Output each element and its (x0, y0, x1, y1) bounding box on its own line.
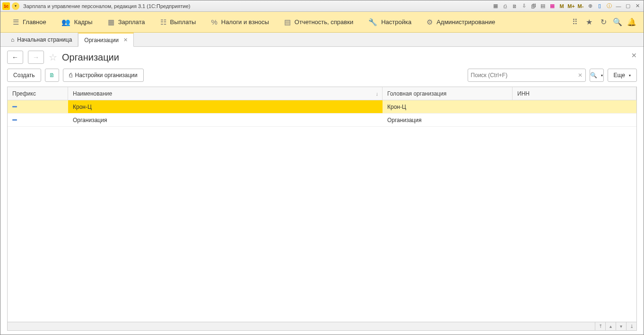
nav-back-button[interactable]: ← (7, 51, 23, 64)
info-icon[interactable]: ⓘ (605, 2, 613, 10)
titlebar: 1c ▾ Зарплата и управление персоналом, р… (0, 0, 644, 12)
memory-m-button[interactable]: M (557, 2, 566, 10)
scroll-down-icon[interactable]: ▾ (616, 322, 626, 330)
cell-prefix (8, 114, 68, 126)
menu-otchetnost-label: Отчетность, справки (295, 18, 353, 26)
apps-icon[interactable]: ⠿ (568, 15, 582, 29)
cell-name: Организация (68, 114, 383, 126)
cell-inn (513, 100, 636, 113)
table-row[interactable]: Крон-Ц Крон-Ц (8, 100, 636, 114)
zoom-icon[interactable]: ⊕ (586, 2, 594, 10)
minimize-icon[interactable]: — (614, 2, 623, 10)
menu-admin-label: Администрирование (436, 18, 495, 26)
clear-search-icon[interactable]: ✕ (578, 72, 583, 79)
cell-parent: Организация (383, 114, 513, 126)
history-icon[interactable]: ↻ (596, 15, 610, 29)
search-box[interactable]: ✕ (468, 69, 586, 82)
gear-icon: ⚙ (426, 18, 433, 26)
search-dropdown-button[interactable]: 🔍▾ (590, 69, 604, 82)
panel-icon[interactable]: ▯ (595, 2, 604, 10)
copy-button[interactable]: 🗎 (45, 69, 59, 82)
tab-bar: ⌂ Начальная страница Организации ✕ (0, 33, 644, 47)
create-button-label: Создать (13, 72, 35, 79)
create-button[interactable]: Создать (7, 69, 41, 82)
th-inn[interactable]: ИНН (513, 87, 636, 100)
star-icon[interactable]: ☆ (49, 52, 57, 63)
menu-kadry-label: Кадры (74, 18, 93, 26)
tab-organizations[interactable]: Организации ✕ (78, 33, 134, 47)
tab-close-icon[interactable]: ✕ (123, 37, 128, 43)
toolbar: Создать 🗎 ⎙Настройки организации ✕ 🔍▾ Ещ… (7, 69, 637, 82)
more-button-label: Еще (614, 72, 625, 79)
th-parent[interactable]: Головная организация (383, 87, 513, 100)
bell-icon[interactable]: 🔔 (625, 15, 639, 29)
home-icon: ⌂ (11, 36, 14, 43)
org-settings-label: Настройки организации (75, 72, 138, 79)
memory-mplus-button[interactable]: M+ (567, 2, 575, 10)
nav-forward-button[interactable]: → (28, 51, 44, 64)
preview-icon[interactable]: 🗎 (510, 2, 519, 10)
app-logo-icon: 1c (2, 2, 10, 10)
menu-kadry[interactable]: 👥Кадры (54, 12, 100, 32)
org-settings-button[interactable]: ⎙Настройки организации (63, 69, 144, 82)
cell-name: Крон-Ц (68, 100, 383, 113)
menu-burger[interactable]: ☰Главное (5, 12, 54, 32)
org-table: Префикс Наименование Головная организаци… (7, 87, 637, 331)
dash-icon (12, 119, 17, 121)
close-window-icon[interactable]: ✕ (633, 2, 642, 10)
page-title: Организации (62, 52, 119, 63)
copy-icon[interactable]: 🗐 (529, 2, 538, 10)
menu-vyplaty[interactable]: ☷Выплаты (153, 12, 204, 32)
menu-vyplaty-label: Выплаты (170, 18, 196, 26)
window-title: Зарплата и управление персоналом, редакц… (23, 3, 491, 9)
table-row[interactable]: Организация Организация (8, 114, 636, 127)
doc-icon: ▤ (284, 18, 291, 26)
scroll-up-icon[interactable]: ▴ (605, 322, 616, 330)
table-body: Крон-Ц Крон-Ц Организация Организация (8, 100, 636, 322)
percent-icon: % (211, 18, 217, 26)
scroll-top-icon[interactable]: ⤒ (595, 322, 605, 330)
memory-mminus-button[interactable]: M- (576, 2, 585, 10)
favorite-icon[interactable]: ★ (582, 15, 596, 29)
tab-home[interactable]: ⌂ Начальная страница (5, 33, 78, 46)
menu-icon: ☰ (13, 18, 19, 26)
dash-icon (12, 106, 17, 107)
scroll-bottom-icon[interactable]: ⤓ (626, 322, 636, 330)
menu-zarplata[interactable]: ▦Зарплата (100, 12, 153, 32)
cell-inn (513, 114, 636, 126)
table-header: Префикс Наименование Головная организаци… (8, 87, 636, 100)
main-menu: ☰Главное 👥Кадры ▦Зарплата ☷Выплаты %Нало… (0, 12, 644, 33)
cell-parent: Крон-Ц (383, 100, 513, 113)
page-close-icon[interactable]: ✕ (631, 52, 637, 59)
print-icon[interactable]: ⎙ (501, 2, 509, 10)
th-name[interactable]: Наименование (68, 87, 383, 100)
more-button[interactable]: Еще▾ (608, 69, 637, 82)
search-icon[interactable]: 🔍 (610, 15, 625, 29)
copy-doc-icon: 🗎 (49, 72, 55, 79)
menu-nastroyka[interactable]: 🔧Настройка (361, 12, 419, 32)
table-footer: ⤒ ▴ ▾ ⤓ (8, 322, 636, 330)
search-glass-icon: 🔍 (590, 72, 597, 79)
cell-prefix (8, 100, 68, 113)
menu-nalogi-label: Налоги и взносы (221, 18, 269, 26)
content-area: ✕ ← → ☆ Организации Создать 🗎 ⎙Настройки… (0, 47, 644, 335)
chevron-down-icon: ▾ (601, 73, 603, 78)
th-prefix[interactable]: Префикс (8, 87, 68, 100)
menu-otchetnost[interactable]: ▤Отчетность, справки (277, 12, 361, 32)
calendar-icon[interactable]: ▦ (548, 2, 557, 10)
search-input[interactable] (471, 72, 578, 79)
wrench-icon: 🔧 (368, 18, 377, 26)
save-icon[interactable]: ▦ (491, 2, 500, 10)
menu-admin[interactable]: ⚙Администрирование (419, 12, 503, 32)
system-icons: ▦ ⎙ 🗎 ⇩ 🗐 ▤ ▦ M M+ M- ⊕ ▯ ⓘ — ▢ ✕ (491, 2, 642, 10)
chevron-down-icon: ▾ (629, 73, 631, 78)
maximize-icon[interactable]: ▢ (624, 2, 632, 10)
people-icon: 👥 (61, 18, 70, 26)
menu-nalogi[interactable]: %Налоги и взносы (203, 12, 276, 32)
app-dropdown-icon[interactable]: ▾ (12, 2, 19, 10)
calc-icon[interactable]: ▤ (539, 2, 547, 10)
wallet-icon: ☷ (160, 18, 166, 26)
tab-organizations-label: Организации (84, 37, 119, 44)
page-header: ← → ☆ Организации (7, 51, 637, 64)
link-icon[interactable]: ⇩ (520, 2, 528, 10)
